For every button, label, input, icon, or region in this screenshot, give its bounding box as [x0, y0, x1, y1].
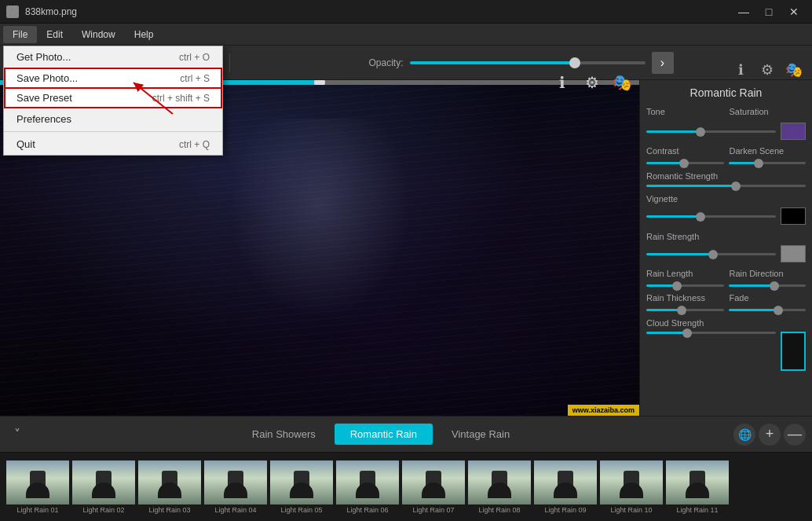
menu-file[interactable]: File	[3, 26, 37, 43]
globe-btn[interactable]: 🌐	[733, 424, 755, 446]
opacity-label: Opacity:	[368, 57, 403, 68]
film-thumb-08	[468, 460, 531, 504]
paintmask-panel-btn[interactable]: 🎭	[782, 80, 806, 82]
info-panel-btn[interactable]: ℹ	[729, 80, 752, 82]
film-item-10[interactable]: Light Rain 10	[600, 460, 663, 514]
app-container: 838kmo.png — □ ✕ File Edit Window Help G…	[0, 0, 812, 521]
toolbar-divider	[229, 53, 230, 72]
rain-length-direction-row: Rain Length Rain Direction	[646, 269, 806, 287]
collapse-filmstrip-btn[interactable]: ˅	[6, 424, 28, 446]
expand-panel-btn[interactable]: ›	[652, 52, 674, 74]
film-item-11[interactable]: Light Rain 11	[666, 460, 729, 514]
tone-saturation-row: Tone Saturation	[646, 107, 806, 140]
restore-button[interactable]: □	[757, 3, 781, 20]
film-thumb-04	[204, 460, 267, 504]
save-photo-shortcut: ctrl + S	[180, 73, 210, 84]
rain-length-label: Rain Length	[646, 269, 723, 278]
opacity-section: Opacity: ›	[236, 52, 806, 74]
save-preset-label: Save Preset	[16, 92, 72, 104]
menu-quit[interactable]: Quit ctrl + Q	[4, 134, 222, 155]
mask-icon-btn[interactable]: 🎭	[609, 69, 635, 96]
film-label-03: Light Rain 03	[138, 506, 201, 514]
rain-thickness-label: Rain Thickness	[646, 293, 723, 303]
bottom-tabs: ˅ Rain Showers Romantic Rain Vintage Rai…	[0, 416, 812, 452]
menu-get-photo[interactable]: Get Photo... ctrl + O	[4, 46, 222, 68]
film-thumb-03	[138, 460, 201, 504]
quit-label: Quit	[16, 138, 35, 150]
film-thumb-09	[534, 460, 597, 504]
film-item-08[interactable]: Light Rain 08	[468, 460, 531, 514]
panel-title: Romantic Rain	[646, 86, 806, 99]
save-preset-shortcut: ctrl + shift + S	[152, 93, 210, 104]
menu-window[interactable]: Window	[72, 26, 125, 43]
film-label-06: Light Rain 06	[336, 506, 399, 514]
rain-strength-label: Rain Strength	[646, 232, 699, 241]
film-thumb-02	[72, 460, 135, 504]
title-bar-left: 838kmo.png	[6, 6, 77, 18]
tab-romantic-rain[interactable]: Romantic Rain	[335, 424, 433, 445]
film-item-06[interactable]: Light Rain 06	[336, 460, 399, 514]
film-item-01[interactable]: Light Rain 01	[6, 460, 69, 514]
gear-icon-btn[interactable]: ⚙	[579, 69, 605, 96]
film-label-04: Light Rain 04	[204, 506, 267, 514]
title-bar: 838kmo.png — □ ✕	[0, 0, 812, 24]
menu-divider	[4, 131, 222, 132]
preferences-label: Preferences	[16, 113, 71, 125]
gear-panel-btn[interactable]: ⚙	[755, 80, 779, 82]
info-icon-btn[interactable]: ℹ	[549, 69, 576, 96]
rain-strength-swatch[interactable]	[781, 245, 806, 262]
get-photo-shortcut: ctrl + O	[179, 52, 210, 63]
tabs-left: ˅	[0, 424, 35, 446]
film-thumb-11	[666, 460, 729, 504]
film-thumb-05	[270, 460, 333, 504]
remove-preset-btn[interactable]: —	[784, 424, 806, 446]
vignette-label: Vignette	[646, 194, 678, 204]
tabs-center: Rain Showers Romantic Rain Vintage Rain	[35, 424, 727, 445]
menu-help[interactable]: Help	[125, 26, 163, 43]
top-right-icons: ℹ ⚙ 🎭	[549, 69, 635, 96]
right-panel: Romantic Rain Tone Saturation	[639, 80, 812, 416]
saturation-label: Saturation	[730, 107, 807, 116]
vignette-row: Vignette	[646, 193, 806, 225]
contrast-darken-row: Contrast Darken Scene	[646, 146, 806, 164]
contrast-label: Contrast	[646, 146, 723, 156]
cloud-strength-row: Cloud Strength	[646, 317, 806, 371]
romantic-strength-row: Romantic Strength	[646, 171, 806, 187]
menu-save-photo[interactable]: Save Photo... ctrl + S	[4, 68, 222, 89]
menu-bar: File Edit Window Help Get Photo... ctrl …	[0, 24, 812, 46]
menu-preferences[interactable]: Preferences	[4, 108, 222, 130]
menu-save-preset[interactable]: Save Preset ctrl + shift + S	[4, 87, 222, 108]
tone-label: Tone	[646, 107, 723, 116]
opacity-thumb[interactable]	[569, 57, 580, 68]
saturation-swatch[interactable]	[781, 123, 806, 140]
app-icon	[6, 6, 19, 18]
film-label-01: Light Rain 01	[6, 506, 69, 514]
rain-direction-label: Rain Direction	[730, 269, 807, 278]
film-item-04[interactable]: Light Rain 04	[204, 460, 267, 514]
film-item-05[interactable]: Light Rain 05	[270, 460, 333, 514]
tab-rain-showers[interactable]: Rain Showers	[236, 424, 331, 445]
film-label-08: Light Rain 08	[468, 506, 531, 514]
film-thumb-06	[336, 460, 399, 504]
vignette-swatch[interactable]	[781, 207, 806, 225]
close-button[interactable]: ✕	[782, 3, 806, 20]
window-title: 838kmo.png	[25, 6, 77, 17]
rain-strength-row: Rain Strength	[646, 231, 806, 262]
darken-scene-label: Darken Scene	[730, 146, 807, 156]
add-preset-btn[interactable]: +	[759, 424, 781, 446]
film-item-09[interactable]: Light Rain 09	[534, 460, 597, 514]
film-label-11: Light Rain 11	[666, 506, 729, 514]
film-item-02[interactable]: Light Rain 02	[72, 460, 135, 514]
film-thumb-10	[600, 460, 663, 504]
rain-thickness-fade-row: Rain Thickness Fade	[646, 293, 806, 311]
film-item-07[interactable]: Light Rain 07	[402, 460, 465, 514]
saturation-col: Saturation	[730, 107, 807, 119]
film-label-05: Light Rain 05	[270, 506, 333, 514]
film-thumb-01	[6, 460, 69, 504]
menu-edit[interactable]: Edit	[37, 26, 72, 43]
file-dropdown: Get Photo... ctrl + O Save Photo... ctrl…	[3, 46, 223, 156]
opacity-slider[interactable]	[410, 61, 646, 64]
film-item-03[interactable]: Light Rain 03	[138, 460, 201, 514]
tab-vintage-rain[interactable]: Vintage Rain	[436, 424, 525, 445]
minimize-button[interactable]: —	[732, 3, 755, 20]
